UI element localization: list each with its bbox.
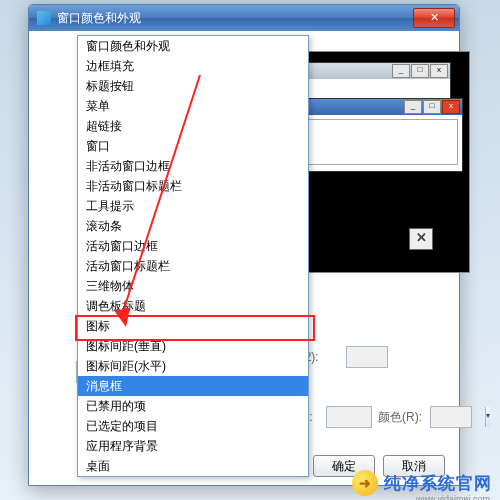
font-size-combo: ▾ xyxy=(326,406,372,428)
dropdown-option[interactable]: 应用程序背景 xyxy=(78,436,308,456)
min-icon: _ xyxy=(404,100,422,114)
app-icon xyxy=(37,11,51,25)
font-color-picker: ▾ xyxy=(430,406,472,428)
dropdown-option[interactable]: 桌面 xyxy=(78,456,308,476)
dropdown-option[interactable]: 窗口 xyxy=(78,136,308,156)
item-dropdown-list[interactable]: 窗口颜色和外观边框填充标题按钮菜单超链接窗口非活动窗口边框非活动窗口标题栏工具提… xyxy=(77,35,309,477)
titlebar[interactable]: 窗口颜色和外观 ✕ xyxy=(29,5,459,31)
dropdown-option[interactable]: 窗口颜色和外观 xyxy=(78,36,308,56)
dropdown-option[interactable]: 菜单 xyxy=(78,96,308,116)
dropdown-option[interactable]: 边框填充 xyxy=(78,56,308,76)
dropdown-option[interactable]: 活动窗口边框 xyxy=(78,236,308,256)
appearance-dialog: 窗口颜色和外观 ✕ _ □ x _ □ x ✕ 窗口颜色和外观边框填 xyxy=(28,4,460,486)
max-icon: □ xyxy=(411,64,429,78)
dropdown-option[interactable]: 标题按钮 xyxy=(78,76,308,96)
color2-picker: ▾ xyxy=(346,346,388,368)
preview-messagebox-close-icon: ✕ xyxy=(409,228,433,250)
dropdown-option[interactable]: 滚动条 xyxy=(78,216,308,236)
dropdown-option[interactable]: 图标间距(垂直) xyxy=(78,336,308,356)
dropdown-option[interactable]: 图标间距(水平) xyxy=(78,356,308,376)
dropdown-option[interactable]: 调色板标题 xyxy=(78,296,308,316)
dropdown-option[interactable]: 消息框 xyxy=(78,376,308,396)
dropdown-option[interactable]: 工具提示 xyxy=(78,196,308,216)
watermark-title: 纯净系统官网 xyxy=(384,472,492,495)
dropdown-option[interactable]: 三维物体 xyxy=(78,276,308,296)
dropdown-option[interactable]: 非活动窗口标题栏 xyxy=(78,176,308,196)
dropdown-option[interactable]: 超链接 xyxy=(78,116,308,136)
window-title: 窗口颜色和外观 xyxy=(57,10,413,27)
min-icon: _ xyxy=(392,64,410,78)
dropdown-option[interactable]: 非活动窗口边框 xyxy=(78,156,308,176)
watermark-url: www.yidaimei.com xyxy=(416,494,490,500)
watermark-logo-icon: ➜ xyxy=(352,470,378,496)
close-icon: x xyxy=(442,100,460,114)
watermark: ➜ 纯净系统官网 www.yidaimei.com xyxy=(352,470,492,496)
close-icon: x xyxy=(430,64,448,78)
dropdown-option[interactable]: 已禁用的项 xyxy=(78,396,308,416)
max-icon: □ xyxy=(423,100,441,114)
close-button[interactable]: ✕ xyxy=(413,8,455,28)
dropdown-option[interactable]: 图标 xyxy=(78,316,308,336)
dropdown-option[interactable]: 已选定的项目 xyxy=(78,416,308,436)
font-color-label: 颜色(R): xyxy=(378,409,424,426)
dropdown-option[interactable]: 活动窗口标题栏 xyxy=(78,256,308,276)
